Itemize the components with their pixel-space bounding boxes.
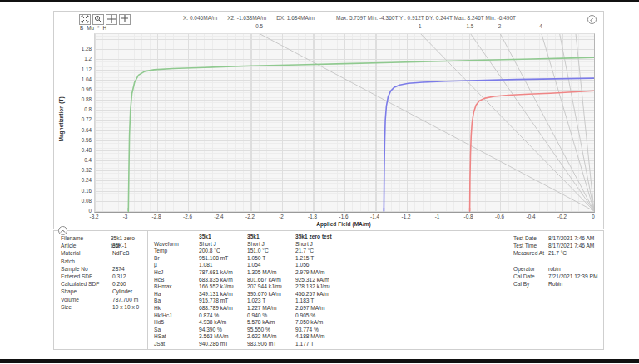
summary-value: 1.177 T — [295, 341, 344, 348]
info-value: 35k1 zero test — [111, 234, 144, 242]
summary-row: µ1.0811.0541.056 — [154, 262, 503, 269]
cursor-readout: X: 0.046MA/mX2: -1.638MA/mDX: 1.684MA/mM… — [183, 15, 526, 21]
info-row: Test Date8/17/2021 7:46 AM — [513, 234, 601, 242]
summary-value: Short J — [247, 241, 295, 248]
chart-panel: X: 0.046MA/mX2: -1.638MA/mDX: 1.684MA/mM… — [53, 11, 604, 229]
demag-curve — [384, 78, 594, 211]
info-value: 0.260 — [112, 280, 126, 288]
y-tick-label: 0.8 — [84, 106, 92, 112]
y-tick-label: 0.72 — [82, 116, 92, 122]
y-axis-labels: 00.080.160.240.320.40.480.560.640.720.80… — [69, 33, 92, 211]
summary-value: 200.8 °C — [199, 248, 247, 255]
x-tick-label: -2.2 — [245, 214, 255, 219]
summary-value: Short J — [295, 241, 344, 248]
collapse-panel-button[interactable] — [587, 15, 597, 24]
info-row: Size10 x 10 x 0 — [61, 303, 144, 311]
info-row: Test Time8/17/2021 7:46 AM — [513, 242, 601, 249]
x-tick-label: -3 — [123, 214, 128, 219]
summary-row: BHmax166.552 kJ/m³207.944 kJ/m³278.132 k… — [154, 283, 503, 291]
info-value: 0.312 — [112, 273, 126, 280]
zoom-out-button[interactable] — [92, 14, 104, 25]
summary-value: 688.789 kA/m — [199, 305, 247, 312]
crosshair-axis-button[interactable] — [119, 14, 131, 25]
x-tick-label: -3.2 — [90, 214, 99, 219]
crosshair-cursor-button[interactable] — [106, 14, 117, 25]
summary-value: 94.390 % — [199, 327, 247, 334]
summary-row-label: Ba — [154, 298, 199, 305]
y-tick-label: 0.24 — [82, 177, 92, 183]
mode-toggle-*[interactable]: * — [97, 25, 99, 31]
x-axis-labels: -3.2-3-2.8-2.6-2.4-2.2-2-1.8-1.6-1.4-1.2… — [94, 214, 595, 221]
summary-value: 0.940 % — [247, 312, 295, 320]
info-row: Measured At21.7 °C — [513, 249, 601, 257]
mode-toggle-b[interactable]: B — [80, 25, 83, 31]
mode-toggle-h[interactable]: H — [102, 25, 106, 31]
summary-row: Temp200.8 °C151.0 °C21.7 °C — [154, 248, 503, 255]
info-value: Robin — [548, 280, 562, 288]
summary-value: 801.667 kA/m — [247, 277, 295, 284]
info-row: Batch — [61, 258, 144, 265]
info-row: Article35K-1 — [61, 242, 144, 249]
summary-value: 1.305 MA/m — [247, 269, 295, 277]
summary-column-header: 35k1 zero test — [295, 234, 344, 241]
load-line — [501, 34, 595, 211]
info-label: Test Time — [513, 242, 548, 249]
x-tick-label: -0.4 — [527, 214, 536, 219]
summary-row-label: HcB — [154, 277, 199, 284]
chart-toolbar — [79, 13, 132, 25]
y-tick-label: 0.32 — [82, 167, 92, 173]
summary-row-label: Waveform — [154, 241, 199, 248]
y-axis-title: Magnetization (T) — [58, 61, 64, 178]
y-tick-label: 0.48 — [82, 146, 92, 152]
zoom-out-icon — [94, 15, 102, 23]
info-value: NdFeB — [112, 249, 130, 257]
test-meta-table: Test Date8/17/2021 7:46 AMTest Time8/17/… — [513, 234, 601, 288]
measurement-summary-table: 35k135k135k1 zero testWaveformShort JSho… — [154, 234, 503, 348]
panel-divider — [147, 231, 148, 349]
summary-value: 4.938 kA/m — [199, 319, 247, 327]
summary-row: Ba915.778 mT1.023 T1.183 T — [154, 298, 503, 305]
summary-row-label: Ha — [154, 291, 199, 298]
panel-divider — [508, 231, 508, 349]
summary-value: 349.131 kA/m — [199, 291, 247, 298]
mode-toggle-mu[interactable]: Mu — [87, 25, 94, 31]
demag-curve — [470, 91, 594, 211]
info-value: 10 x 10 x 0 — [112, 303, 139, 311]
y-tick-label: 0.88 — [82, 96, 92, 102]
x-tick-label: -1 — [435, 214, 440, 219]
readout-x: X: 0.046MA/m — [183, 15, 217, 21]
summary-row-label: Temp — [154, 248, 199, 255]
summary-value: 925.312 kA/m — [295, 277, 344, 284]
summary-row: Ha349.131 kA/m395.670 kA/m456.257 kA/m — [154, 291, 503, 298]
summary-value: 940.286 mT — [199, 341, 247, 348]
info-row: Operatorrobin — [513, 265, 601, 273]
sample-info-table: Filename35k1 zero testArticle35K-1Materi… — [61, 234, 144, 311]
info-row: Calculated SDF0.260 — [61, 280, 144, 288]
plot-area[interactable] — [94, 33, 595, 213]
summary-row-label: Hk — [154, 305, 199, 312]
summary-value: 787.681 kA/m — [199, 269, 247, 277]
summary-header-row: 35k135k135k1 zero test — [154, 234, 503, 241]
x-tick-label: -1.4 — [370, 214, 379, 219]
x-tick-label: -2.8 — [152, 214, 161, 219]
x-axis-title: Applied Field (MA/m) — [94, 221, 593, 227]
summary-column-header: 35k1 — [247, 234, 295, 241]
summary-value: 3.563 MA/m — [199, 333, 247, 341]
demag-curve — [128, 57, 594, 211]
crosshair-icon — [107, 15, 116, 23]
info-value: 21.7 °C — [548, 249, 567, 257]
readout-x2: X2: -1.638MA/m — [227, 15, 266, 21]
summary-header-spacer — [154, 234, 199, 241]
summary-value: 2.979 MA/m — [295, 269, 344, 277]
info-value: 8/17/2021 7:46 AM — [548, 242, 594, 249]
info-value: 2874 — [112, 265, 125, 273]
summary-value: 93.774 % — [295, 327, 344, 334]
summary-row: Sa94.390 %95.550 %93.774 % — [154, 327, 503, 334]
zoom-extents-button[interactable] — [79, 14, 91, 25]
info-label: Measured At — [513, 249, 548, 257]
summary-row: HSat3.563 MA/m2.622 MA/m4.188 MA/m — [154, 333, 503, 341]
summary-value: 1.023 T — [247, 298, 295, 305]
info-row: Filename35k1 zero test — [61, 234, 144, 242]
readout-dx: DX: 1.684MA/m — [276, 15, 315, 21]
y-tick-label: 0 — [88, 208, 92, 214]
